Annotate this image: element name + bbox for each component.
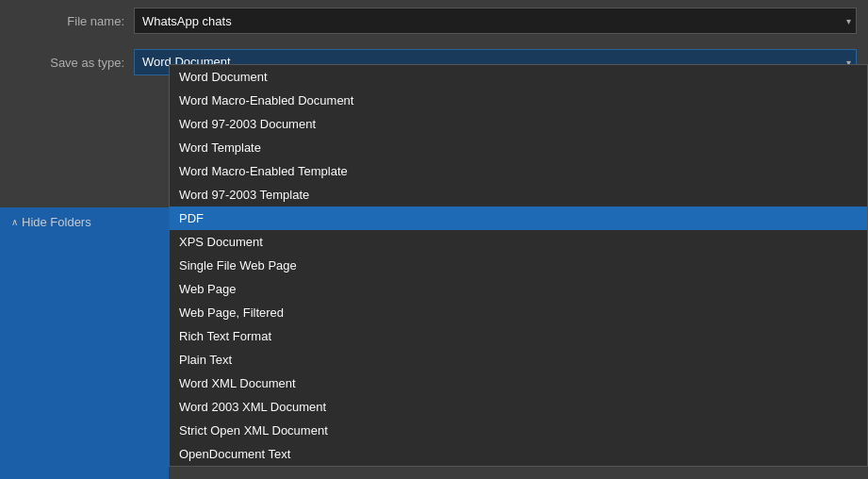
dropdown-item[interactable]: Single File Web Page [170, 254, 867, 277]
file-name-wrapper: ▾ [134, 8, 857, 34]
dropdown-item[interactable]: Word 2003 XML Document [170, 395, 867, 419]
hide-folders-area: ∧ Hide Folders [11, 215, 91, 229]
blue-panel [0, 207, 169, 479]
dropdown-item[interactable]: Word Macro-Enabled Document [170, 89, 867, 112]
dialog-area: File name: ▾ Save as type: Word Document… [0, 0, 868, 479]
dropdown-item[interactable]: XPS Document [170, 230, 867, 254]
dropdown-item[interactable]: Word Template [170, 136, 867, 159]
dropdown-item[interactable]: PDF [170, 206, 867, 230]
hide-folders-label: Hide Folders [22, 215, 91, 229]
dropdown-item[interactable]: Strict Open XML Document [170, 419, 867, 442]
dropdown-item[interactable]: Word Macro-Enabled Template [170, 159, 867, 183]
dropdown-item[interactable]: Word Document [170, 65, 867, 89]
file-name-row: File name: ▾ [0, 0, 868, 41]
dropdown-item[interactable]: Word 97-2003 Template [170, 183, 867, 206]
dropdown-item[interactable]: Web Page, Filtered [170, 301, 867, 324]
file-name-label: File name: [11, 14, 134, 28]
dropdown-item[interactable]: Plain Text [170, 348, 867, 372]
dropdown-item[interactable]: Word XML Document [170, 372, 867, 395]
dropdown-item[interactable]: OpenDocument Text [170, 442, 867, 466]
save-as-type-label: Save as type: [11, 56, 134, 70]
dropdown-item[interactable]: Word 97-2003 Document [170, 112, 867, 136]
dropdown-item[interactable]: Rich Text Format [170, 324, 867, 348]
dropdown-list: Word DocumentWord Macro-Enabled Document… [169, 64, 868, 467]
hide-folders-button[interactable]: ∧ Hide Folders [11, 215, 91, 229]
dropdown-item[interactable]: Web Page [170, 277, 867, 301]
file-name-input[interactable] [134, 8, 857, 34]
chevron-up-icon: ∧ [11, 217, 18, 227]
